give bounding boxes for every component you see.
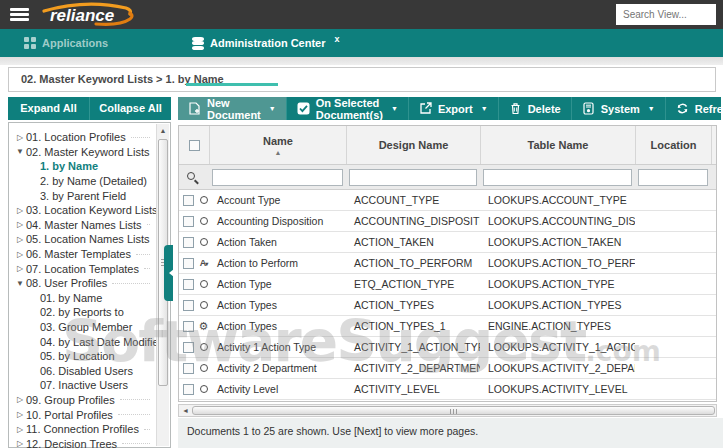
tree-toggle-icon[interactable]: ▷ xyxy=(14,133,26,142)
filter-location-input[interactable] xyxy=(638,169,708,186)
tree-item[interactable]: ▷ 01. Location Profiles xyxy=(14,130,154,145)
on-selected-documents-button[interactable]: On Selected Document(s) ▼ xyxy=(287,97,409,120)
tree-item-label: 07. Inactive Users xyxy=(40,379,128,391)
tree-item[interactable]: 2. by Name (Detailed) xyxy=(14,174,154,189)
tree-toggle-icon[interactable]: ▷ xyxy=(14,425,26,434)
column-header-table-name[interactable]: Table Name xyxy=(480,126,635,164)
new-document-button[interactable]: New Document ▼ xyxy=(178,97,287,120)
table-row[interactable]: Action Type ETQ_ACTION_TYPE LOOKUPS.ACTI… xyxy=(179,274,716,295)
tab-admin-label: Administration Center xyxy=(210,37,326,49)
tree-toggle-icon[interactable]: ▷ xyxy=(14,206,26,215)
tree-item[interactable]: ▷ 11. Connection Profiles xyxy=(14,422,154,437)
expand-all-button[interactable]: Expand All xyxy=(8,97,90,120)
column-header-location[interactable]: Location xyxy=(635,126,711,164)
delete-button[interactable]: Delete xyxy=(499,97,572,120)
row-checkbox[interactable] xyxy=(183,384,194,395)
tree-toggle-icon[interactable]: ▷ xyxy=(14,264,26,273)
tree-toggle-icon[interactable]: ▷ xyxy=(14,395,26,404)
filter-table-name-input[interactable] xyxy=(483,169,632,186)
refresh-button[interactable]: Refresh xyxy=(666,97,723,120)
export-button[interactable]: Export ▼ xyxy=(409,97,499,120)
cell-table-name: LOOKUPS.ACTION_TYPE xyxy=(480,278,635,290)
table-row[interactable]: Activity Level ACTIVITY_LEVEL LOOKUPS.AC… xyxy=(179,379,716,400)
row-checkbox[interactable] xyxy=(183,237,194,248)
cell-name[interactable]: Action Taken xyxy=(209,236,346,248)
cell-name[interactable]: Action Type xyxy=(209,278,346,290)
table-row[interactable]: Action Types ACTION_TYPES LOOKUPS.ACTION… xyxy=(179,295,716,316)
tree-toggle-icon[interactable]: ▷ xyxy=(14,439,26,448)
cell-name[interactable]: Action Types xyxy=(209,299,346,311)
horizontal-scrollbar[interactable]: ◄ xyxy=(178,404,717,417)
cell-name[interactable]: Activity 2 Department xyxy=(209,362,346,374)
tree-item[interactable]: ▷ 10. Portal Profiles xyxy=(14,407,154,422)
tab-bar: Applications Administration Center x xyxy=(0,29,723,57)
row-checkbox[interactable] xyxy=(183,195,194,206)
new-document-label: New Document xyxy=(207,97,261,121)
row-checkbox[interactable] xyxy=(183,321,194,332)
column-header-design-name[interactable]: Design Name xyxy=(346,126,480,164)
row-checkbox[interactable] xyxy=(183,258,194,269)
tree-item[interactable]: 06. Disabled Users xyxy=(14,364,154,379)
filter-name-input[interactable] xyxy=(212,169,343,186)
filter-design-name-input[interactable] xyxy=(349,169,477,186)
sidebar-collapse-handle[interactable] xyxy=(164,245,173,301)
row-checkbox[interactable] xyxy=(183,342,194,353)
tree-item[interactable]: 04. by Last Date Modified xyxy=(14,334,154,349)
tree-item[interactable]: 03. Group Member xyxy=(14,320,154,335)
cell-name[interactable]: Action Types xyxy=(209,320,346,332)
tree-toggle-icon[interactable]: ▼ xyxy=(14,279,26,288)
cell-name[interactable]: Action to Perform xyxy=(209,257,346,269)
row-checkbox[interactable] xyxy=(183,279,194,290)
table-row[interactable]: ⚙ Action Types ACTION_TYPES_1 ENGINE.ACT… xyxy=(179,316,716,337)
tree-item[interactable]: 07. Inactive Users xyxy=(14,378,154,393)
table-row[interactable]: Activity 2 Department ACTIVITY_2_DEPARTM… xyxy=(179,358,716,379)
tree-toggle-icon[interactable]: ▼ xyxy=(14,147,26,156)
tree-item[interactable]: 1. by Name xyxy=(14,159,154,174)
tree-item[interactable]: ▷ 04. Master Names Lists xyxy=(14,218,154,233)
tree-item[interactable]: ▼ 08. User Profiles xyxy=(14,276,154,291)
system-button[interactable]: System ▼ xyxy=(572,97,666,120)
row-checkbox[interactable] xyxy=(183,216,194,227)
tree-item-label: 09. Group Profiles xyxy=(26,394,115,406)
scroll-up-icon[interactable]: ▲ xyxy=(157,124,169,137)
tree-item[interactable]: ▷ 05. Location Names Lists xyxy=(14,232,154,247)
tree-toggle-icon[interactable]: ▷ xyxy=(14,410,26,419)
export-label: Export xyxy=(438,103,473,115)
cell-name[interactable]: Accounting Disposition xyxy=(209,215,346,227)
tree-item[interactable]: ▷ 03. Location Keyword Lists xyxy=(14,203,154,218)
tab-close-icon[interactable]: x xyxy=(335,34,340,44)
tree-item[interactable]: ▷ 06. Master Templates xyxy=(14,247,154,262)
tab-administration-center[interactable]: Administration Center x xyxy=(192,29,340,57)
table-row[interactable]: Action Taken ACTION_TAKEN LOOKUPS.ACTION… xyxy=(179,232,716,253)
table-row[interactable]: Account Type ACCOUNT_TYPE LOOKUPS.ACCOUN… xyxy=(179,190,716,211)
tree-toggle-icon[interactable]: ▷ xyxy=(14,235,26,244)
cell-name[interactable]: Activity Level xyxy=(209,383,346,395)
tree-item[interactable]: ▷ 09. Group Profiles xyxy=(14,393,154,408)
table-row[interactable]: Accounting Disposition ACCOUNTING_DISPOS… xyxy=(179,211,716,232)
collapse-all-button[interactable]: Collapse All xyxy=(90,97,171,120)
cell-name[interactable]: Activity 1 Action Type xyxy=(209,341,346,353)
select-all-checkbox[interactable] xyxy=(189,140,200,151)
tree-item[interactable]: ▷ 12. Decision Trees xyxy=(14,436,154,448)
tree-item[interactable]: ▷ 07. Location Templates xyxy=(14,261,154,276)
tree-item[interactable]: 02. by Reports to xyxy=(14,305,154,320)
menu-icon[interactable] xyxy=(10,8,29,21)
tree-connector xyxy=(136,254,150,255)
row-checkbox[interactable] xyxy=(183,300,194,311)
scroll-left-icon[interactable]: ◄ xyxy=(179,407,192,414)
table-row[interactable]: Activity 1 Action Type ACTIVITY_1_ACTION… xyxy=(179,337,716,358)
tree-toggle-icon[interactable]: ▷ xyxy=(14,250,26,259)
tree-toggle-icon[interactable]: ▷ xyxy=(14,220,26,229)
tree-item[interactable]: 05. by Location xyxy=(14,349,154,364)
tree-item[interactable]: ▼ 02. Master Keyword Lists xyxy=(14,145,154,160)
cell-name[interactable]: Account Type xyxy=(209,194,346,206)
tab-applications[interactable]: Applications xyxy=(24,29,108,57)
database-icon xyxy=(192,37,204,50)
column-header-name[interactable]: Name ▲ xyxy=(209,126,346,164)
tree-item[interactable]: 01. by Name xyxy=(14,291,154,306)
table-row[interactable]: A▾ Action to Perform ACTION_TO_PERFORM L… xyxy=(179,253,716,274)
row-checkbox[interactable] xyxy=(183,363,194,374)
horizontal-scroll-thumb[interactable] xyxy=(192,406,715,415)
search-view-input[interactable] xyxy=(617,5,715,24)
tree-item[interactable]: 3. by Parent Field xyxy=(14,188,154,203)
